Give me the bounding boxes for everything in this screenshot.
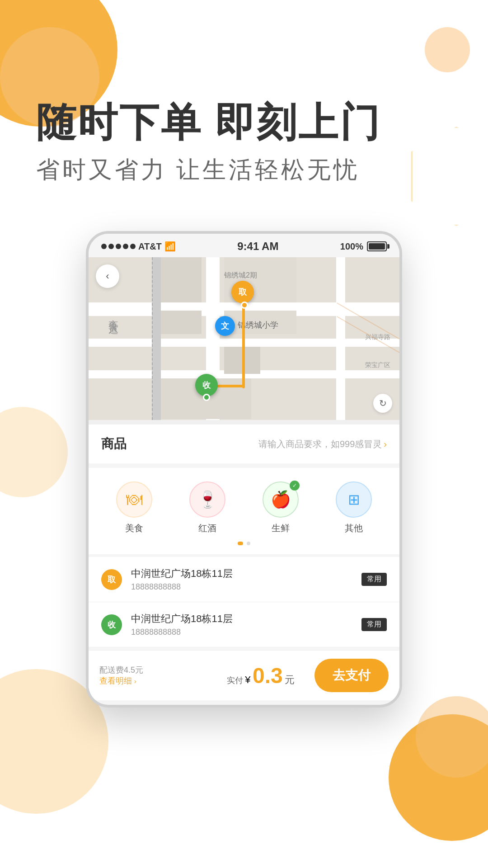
category-wine[interactable]: 🍷 红酒 [189, 481, 225, 534]
pay-button[interactable]: 去支付 [314, 659, 389, 692]
cat-dot-2 [247, 542, 250, 545]
category-food[interactable]: 🍽 美食 [116, 481, 152, 534]
signal-dot-2 [108, 244, 114, 249]
category-other[interactable]: ⊞ 其他 [336, 481, 372, 534]
address-section: 取 中润世纪广场18栋11层 18888888888 常用 收 中润世纪广场18… [89, 557, 399, 647]
food-label: 美食 [125, 522, 143, 534]
pickup-address-name: 中润世纪广场18栋11层 [131, 567, 352, 580]
fee-detail-text: 查看明细 [99, 676, 132, 685]
map-area: 锦绣城2期 齐鲁大道 锦绣城小学 兴福寺路 荣宝广区 取 收 文 [89, 257, 399, 420]
pickup-marker: 取 [231, 281, 254, 303]
bottom-payment-bar: 配送费4.5元 查看明细 › 实付 ¥ 0.3 元 [89, 650, 399, 700]
phone-bottom-panel: 商品 请输入商品要求，如999感冒灵 › 🍽 美食 [89, 425, 399, 705]
goods-section: 商品 请输入商品要求，如999感冒灵 › [89, 425, 399, 463]
hero-subtitle: 省时又省力 让生活轻松无忧 [36, 154, 452, 186]
hero-section: 随时下单 即刻上门 省时又省力 让生活轻松无忧 [0, 0, 488, 213]
delivery-address-tag: 常用 [361, 618, 387, 631]
fresh-icon-wrap: 🍎 ✓ [263, 481, 299, 518]
bg-shape-bottom-right2 [416, 696, 488, 778]
delivery-address-phone: 18888888888 [131, 627, 352, 637]
map-road-v1 [152, 257, 161, 420]
price-unit: 元 [285, 674, 295, 685]
goods-arrow-icon: › [384, 439, 387, 449]
status-bar: AT&T 📶 9:41 AM 100% [89, 234, 399, 257]
bg-shape-bottom-right [389, 714, 488, 841]
category-fresh[interactable]: 🍎 ✓ 生鲜 [263, 481, 299, 534]
price-label: 实付 [227, 676, 243, 685]
map-label-street1: 齐鲁大道 [107, 311, 120, 319]
map-refresh-button[interactable]: ↻ [373, 394, 392, 413]
battery-percentage: 100% [340, 241, 363, 252]
map-back-button[interactable]: ‹ [96, 264, 119, 288]
delivery-marker: 收 [195, 374, 218, 396]
category-pagination [98, 542, 390, 545]
signal-dot-3 [116, 244, 121, 249]
main-content: 随时下单 即刻上门 省时又省力 让生活轻松无忧 AT&T 📶 [0, 0, 488, 708]
wine-label: 红酒 [198, 522, 216, 534]
pickup-address-phone: 18888888888 [131, 582, 352, 592]
fresh-selected-check: ✓ [290, 481, 300, 491]
battery-fill [369, 243, 385, 250]
fee-label: 配送费4.5元 [99, 665, 207, 675]
price-value: 0.3 [253, 664, 283, 688]
signal-dots [101, 244, 136, 249]
currency-symbol: ¥ [245, 674, 250, 685]
other-icon-wrap: ⊞ [336, 481, 372, 518]
map-label-area2: 荣宝广区 [365, 361, 390, 369]
goods-hint-text: 请输入商品要求，如999感冒灵 [258, 438, 382, 450]
goods-label: 商品 [101, 435, 127, 453]
phone-container: AT&T 📶 9:41 AM 100% [0, 231, 488, 708]
fee-section: 配送费4.5元 查看明细 › [99, 665, 207, 686]
other-icon: ⊞ [348, 491, 360, 508]
status-right: 100% [340, 241, 387, 252]
cultural-marker: 文 [215, 316, 235, 336]
phone-mockup: AT&T 📶 9:41 AM 100% [86, 231, 402, 708]
wine-icon-wrap: 🍷 [189, 481, 225, 518]
wine-icon: 🍷 [197, 490, 218, 509]
category-section: 🍽 美食 🍷 红酒 🍎 [89, 468, 399, 554]
price-section: 实付 ¥ 0.3 元 [207, 663, 314, 688]
signal-dot-1 [101, 244, 107, 249]
fresh-icon: 🍎 [271, 490, 291, 509]
delivery-address-item[interactable]: 收 中润世纪广场18栋11层 18888888888 常用 [89, 602, 399, 647]
goods-input-hint[interactable]: 请输入商品要求，如999感冒灵 › [258, 438, 387, 450]
signal-dot-4 [123, 244, 128, 249]
fee-detail-arrow: › [134, 678, 136, 685]
food-icon: 🍽 [126, 490, 142, 509]
pickup-address-item[interactable]: 取 中润世纪广场18栋11层 18888888888 常用 [89, 557, 399, 602]
hero-title: 随时下单 即刻上门 [36, 99, 452, 145]
cat-dot-active [238, 542, 243, 545]
delivery-marker-label: 收 [202, 380, 211, 391]
map-block-2 [161, 311, 202, 334]
fresh-label: 生鲜 [272, 522, 290, 534]
delivery-address-name: 中润世纪广场18栋11层 [131, 612, 352, 626]
map-block-1 [161, 257, 202, 302]
map-road-v3 [336, 257, 345, 420]
status-left: AT&T 📶 [101, 241, 176, 252]
category-grid: 🍽 美食 🍷 红酒 🍎 [98, 481, 390, 534]
map-label-area1: 锦绣城2期 [224, 271, 257, 280]
fee-detail-button[interactable]: 查看明细 › [99, 675, 136, 686]
carrier-label: AT&T [138, 241, 162, 252]
delivery-address-marker: 收 [101, 614, 122, 635]
cultural-marker-label: 文 [221, 321, 229, 331]
other-label: 其他 [345, 522, 363, 534]
fee-detail-line: 查看明细 › [99, 675, 207, 686]
battery-icon [367, 241, 387, 251]
pickup-address-info: 中润世纪广场18栋11层 18888888888 [131, 567, 352, 592]
pickup-address-tag: 常用 [361, 573, 387, 586]
wifi-icon: 📶 [164, 241, 176, 252]
pickup-marker-label: 取 [239, 287, 247, 297]
signal-dot-5 [130, 244, 136, 249]
pickup-address-marker: 取 [101, 569, 122, 590]
delivery-address-info: 中润世纪广场18栋11层 18888888888 [131, 612, 352, 637]
time-label: 9:41 AM [237, 240, 278, 253]
food-icon-wrap: 🍽 [116, 481, 152, 518]
